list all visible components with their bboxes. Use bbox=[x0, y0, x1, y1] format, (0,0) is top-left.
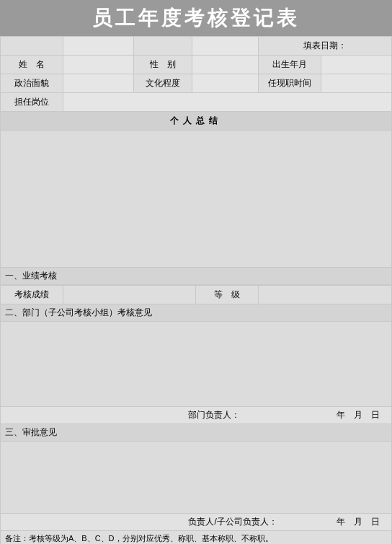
tenure-label: 任现职时间 bbox=[259, 74, 321, 93]
summary-area[interactable] bbox=[0, 131, 392, 268]
info-table: 填表日期： 姓 名 性 别 出生年月 政治面貌 文化程度 任现职时间 担任岗位 bbox=[0, 36, 392, 112]
grade-label: 等 级 bbox=[196, 286, 259, 304]
dept-date-label: 年 月 日 bbox=[249, 409, 387, 421]
gender-value[interactable] bbox=[192, 56, 259, 74]
dept-opinion-area[interactable] bbox=[0, 322, 392, 407]
gender-label: 性 别 bbox=[133, 56, 192, 74]
education-label: 文化程度 bbox=[133, 74, 192, 93]
name-label: 姓 名 bbox=[1, 56, 63, 74]
approval-opinion-area[interactable] bbox=[0, 442, 392, 514]
score-label: 考核成绩 bbox=[1, 286, 63, 304]
birth-label: 出生年月 bbox=[259, 56, 321, 74]
section2-header: 二、部门（子公司考核小组）考核意见 bbox=[0, 304, 392, 322]
dept-signer-label: 部门负责人： bbox=[188, 409, 249, 421]
approval-signature-row: 负责人/子公司负责人： 年 月 日 bbox=[0, 514, 392, 531]
score-value[interactable] bbox=[63, 286, 196, 304]
remark-text: 备注：考核等级为A、B、C、D，分别对应优秀、称职、基本称职、不称职。 bbox=[0, 531, 392, 544]
approval-signer-label: 负责人/子公司负责人： bbox=[188, 516, 280, 528]
dept-signature-row: 部门负责人： 年 月 日 bbox=[0, 407, 392, 424]
fill-date-label: 填表日期： bbox=[259, 37, 392, 56]
grade-value[interactable] bbox=[259, 286, 392, 304]
name-value[interactable] bbox=[63, 56, 133, 74]
section1-header: 一、业绩考核 bbox=[0, 268, 392, 285]
birth-value[interactable] bbox=[321, 56, 392, 74]
section3-header: 三、审批意见 bbox=[0, 424, 392, 442]
score-table: 考核成绩 等 级 bbox=[0, 285, 392, 304]
education-value[interactable] bbox=[192, 74, 259, 93]
approval-date-label: 年 月 日 bbox=[280, 516, 387, 528]
politics-label: 政治面貌 bbox=[1, 74, 63, 93]
politics-value[interactable] bbox=[63, 74, 133, 93]
position-label: 担任岗位 bbox=[1, 93, 63, 112]
page-title: 员工年度考核登记表 bbox=[0, 0, 392, 36]
summary-header: 个人总结 bbox=[0, 112, 392, 131]
position-value[interactable] bbox=[63, 93, 391, 112]
tenure-value[interactable] bbox=[321, 74, 392, 93]
